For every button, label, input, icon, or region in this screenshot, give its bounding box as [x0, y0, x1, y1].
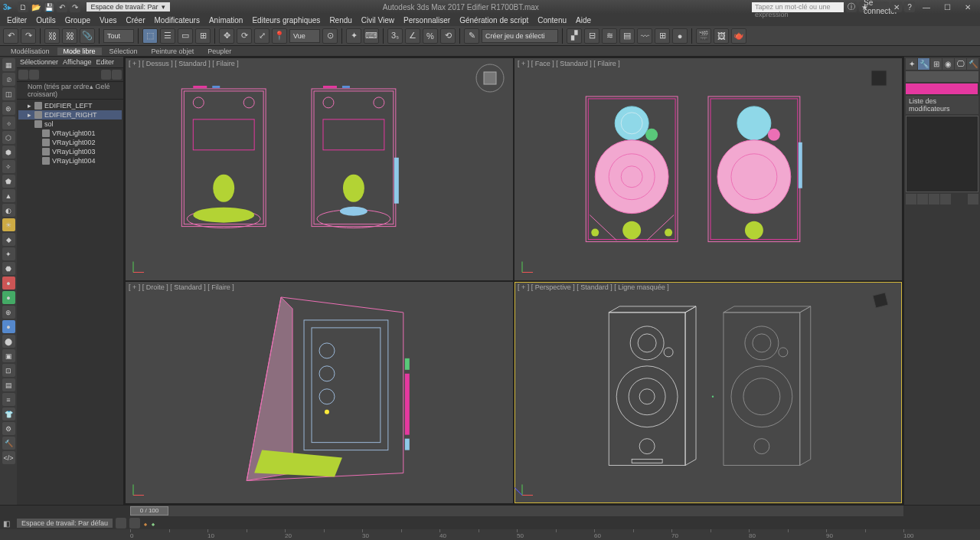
select-region-button[interactable]: ▭	[178, 28, 193, 44]
viewport-top[interactable]: [ + ] [ Dessus ] [ Standard ] [ Filaire …	[126, 58, 513, 280]
remove-mod-icon[interactable]	[940, 194, 951, 205]
object-name-field[interactable]	[906, 71, 978, 82]
ribbon-peinture[interactable]: Peinture objet	[145, 47, 201, 55]
vp-top-label[interactable]: [ + ] [ Dessus ] [ Standard ] [ Filaire …	[129, 60, 239, 67]
object-color-swatch[interactable]	[906, 83, 978, 94]
spinner-snap-button[interactable]: ⟲	[440, 28, 456, 44]
scene-tab-display[interactable]: Affichage	[63, 58, 91, 66]
redo-button[interactable]: ↷	[21, 28, 36, 44]
vp-persp-label[interactable]: [ + ] [ Perspective ] [ Standard ] [ Lig…	[518, 283, 669, 291]
manipulate-button[interactable]: ✦	[346, 28, 361, 44]
app-menu-icon[interactable]: 3▸	[3, 3, 11, 11]
menu-rendu[interactable]: Rendu	[325, 16, 355, 25]
help-icon[interactable]: ?	[904, 2, 915, 12]
snap-button[interactable]: 3ₛ	[387, 28, 403, 44]
menu-vues[interactable]: Vues	[96, 16, 120, 25]
workspace-tab[interactable]: Espace de travail: Par▾	[87, 2, 170, 11]
tool-25[interactable]: 👕	[2, 407, 15, 421]
menu-script[interactable]: Génération de script	[456, 16, 532, 25]
tool-5[interactable]: ⟐	[2, 116, 15, 129]
menu-animation[interactable]: Animation	[205, 16, 247, 25]
tool-2[interactable]: ⎚	[2, 73, 15, 86]
selection-filter-dropdown[interactable]: Tout	[103, 29, 134, 43]
tool-20[interactable]: ⬤	[2, 335, 15, 348]
ref-coord-dropdown[interactable]: Vue	[289, 29, 320, 43]
menu-personnaliser[interactable]: Personnaliser	[400, 16, 454, 25]
tool-14[interactable]: ✦	[2, 247, 15, 260]
save-icon[interactable]: 💾	[44, 2, 54, 12]
minimize-button[interactable]: —	[917, 1, 936, 13]
info-icon[interactable]: ⓘ	[846, 2, 857, 12]
open-icon[interactable]: 📂	[31, 2, 41, 12]
tool-27[interactable]: 🔨	[2, 437, 15, 450]
toggle-layer-button[interactable]: ▤	[619, 28, 635, 44]
keyboard-button[interactable]: ⌨	[364, 28, 379, 44]
percent-snap-button[interactable]: %	[423, 28, 438, 44]
redo-icon[interactable]: ↷	[70, 2, 80, 12]
place-button[interactable]: 📍	[272, 28, 287, 44]
key-tangent-icon[interactable]: ⬥	[151, 519, 155, 528]
render-frame-button[interactable]: 🖼	[714, 28, 729, 44]
tool-3[interactable]: ◫	[2, 87, 15, 100]
tree-item-vraylight003[interactable]: VRayLight003	[18, 147, 122, 156]
align-button[interactable]: ⊟	[584, 28, 599, 44]
tool-12[interactable]: ☀	[2, 218, 15, 231]
tree-item-vraylight004[interactable]: VRayLight004	[18, 156, 122, 165]
tool-22[interactable]: ⊡	[2, 364, 15, 377]
tree-item-edifier_right[interactable]: ▸EDIFIER_RIGHT	[18, 110, 122, 119]
scene-tab-select[interactable]: Sélectionner	[20, 58, 58, 66]
ribbon-selection[interactable]: Sélection	[103, 47, 144, 55]
ribbon-modelisation[interactable]: Modélisation	[5, 47, 56, 55]
curve-editor-button[interactable]: 〰	[637, 28, 652, 44]
tree-item-vraylight001[interactable]: VRayLight001	[18, 129, 122, 138]
ribbon-modelibre[interactable]: Mode libre	[57, 47, 102, 55]
tool-7[interactable]: ⬢	[2, 146, 15, 159]
tree-item-edifier_left[interactable]: ▸EDIFIER_LEFT	[18, 101, 122, 110]
menu-contenu[interactable]: Contenu	[534, 16, 570, 25]
viewport-front[interactable]: [ + ] [ Face ] [ Standard ] [ Filaire ]	[514, 58, 902, 280]
pin-stack-icon[interactable]	[906, 194, 916, 205]
schematic-button[interactable]: ⊞	[655, 28, 670, 44]
tool-8[interactable]: ✧	[2, 160, 15, 173]
scene-tb-1[interactable]	[18, 70, 28, 80]
modifier-list-header[interactable]: Liste des modificateurs	[906, 96, 978, 114]
menu-editeurs[interactable]: Editeurs graphiques	[248, 16, 324, 25]
viewcube-front[interactable]	[864, 63, 894, 93]
rotate-button[interactable]: ⟳	[237, 28, 252, 44]
viewport-perspective[interactable]: [ + ] [ Perspective ] [ Standard ] [ Lig…	[514, 282, 902, 504]
menu-groupe[interactable]: Groupe	[61, 16, 94, 25]
key-mode-icon[interactable]: ⬥	[143, 519, 148, 528]
mirror-button[interactable]: ▞	[567, 28, 582, 44]
pivot-button[interactable]: ⊙	[322, 28, 338, 44]
viewcube-top[interactable]	[475, 63, 505, 93]
vp-front-label[interactable]: [ + ] [ Face ] [ Standard ] [ Filaire ]	[518, 60, 620, 67]
menu-modificateurs[interactable]: Modificateurs	[150, 16, 203, 25]
col-name[interactable]: Nom (triés par ordre croissant)	[28, 83, 90, 98]
utilities-tab-icon[interactable]: 🔨	[967, 58, 978, 70]
x1-icon[interactable]: ✕	[891, 2, 902, 12]
tool-13[interactable]: ◆	[2, 233, 15, 246]
edit-named-sel-button[interactable]: ✎	[464, 28, 479, 44]
ws-btn-2[interactable]	[129, 518, 140, 529]
tool-10[interactable]: ▲	[2, 189, 15, 202]
select-button[interactable]: ⬚	[142, 28, 158, 44]
tool-11[interactable]: ◐	[2, 204, 15, 217]
show-result-icon[interactable]	[917, 194, 928, 205]
menu-outils[interactable]: Outils	[32, 16, 60, 25]
col-frozen[interactable]: ▴ Gelé	[90, 83, 113, 98]
vp-right-label[interactable]: [ + ] [ Droite ] [ Standard ] [ Filaire …	[129, 283, 234, 291]
close-button[interactable]: ✕	[959, 1, 977, 13]
undo-button[interactable]: ↶	[3, 28, 18, 44]
bind-button[interactable]: 📎	[80, 28, 95, 44]
menu-aide[interactable]: Aide	[572, 16, 595, 25]
tool-26[interactable]: ⚙	[2, 422, 15, 435]
select-name-button[interactable]: ☰	[160, 28, 175, 44]
help-search-input[interactable]: Tapez un mot-clé ou une expression	[752, 2, 844, 12]
move-button[interactable]: ✥	[219, 28, 234, 44]
time-slider[interactable]: 0 / 100	[0, 505, 980, 517]
hierarchy-tab-icon[interactable]: ⊞	[930, 58, 942, 70]
tool-17[interactable]: ●	[2, 291, 15, 304]
ws-btn-1[interactable]	[116, 518, 126, 529]
tool-4[interactable]: ⊛	[2, 102, 15, 115]
undo-icon[interactable]: ↶	[57, 2, 67, 12]
